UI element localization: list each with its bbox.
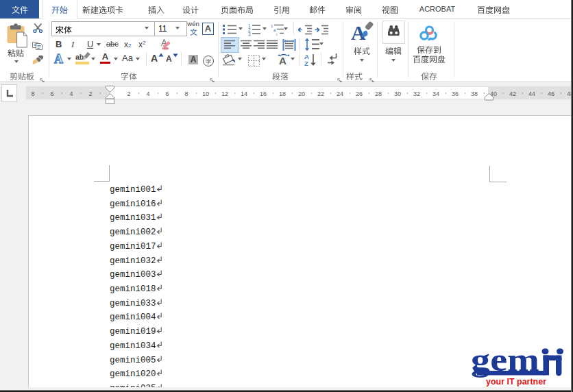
svg-text:A: A xyxy=(54,52,63,65)
svg-text:3: 3 xyxy=(248,32,251,36)
svg-text:ab: ab xyxy=(75,53,84,61)
svg-text:i: i xyxy=(276,32,277,36)
svg-text:A: A xyxy=(279,55,286,66)
svg-text:your IT partner: your IT partner xyxy=(486,377,546,387)
svg-text:Z: Z xyxy=(304,60,308,66)
